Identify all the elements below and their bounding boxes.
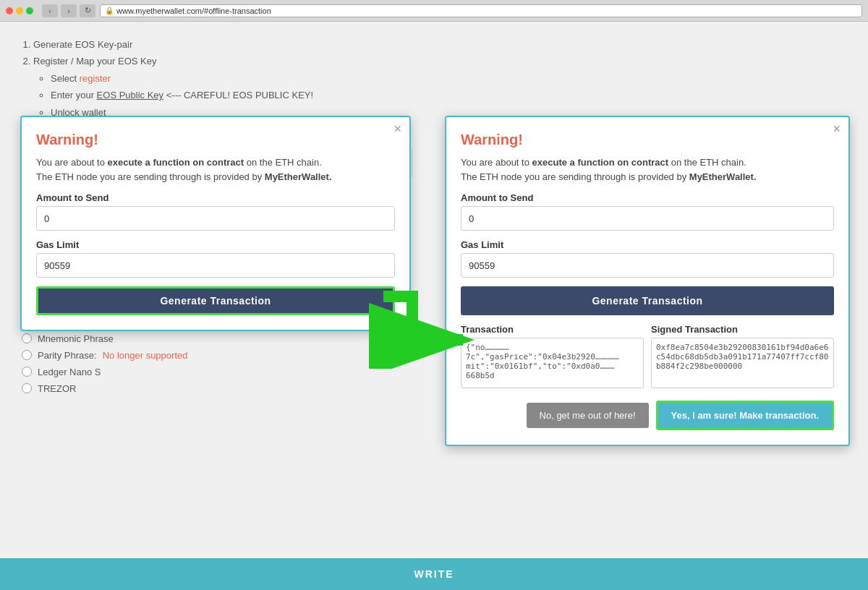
sub2-suffix: <--- CAREFUL! EOS PUBLIC KEY!: [166, 90, 313, 101]
right-line2-prefix: The ETH node you are sending through is …: [461, 171, 689, 182]
register-link[interactable]: register: [80, 73, 111, 84]
minimize-dot: [16, 7, 23, 14]
browser-chrome: ‹ › ↻ 🔒 www.myetherwallet.com/#offline-t…: [0, 0, 868, 22]
right-line2-bold: MyEtherWallet.: [689, 171, 757, 182]
raw-transaction-title: Transaction: [461, 324, 644, 335]
step1-text: Generate EOS Key-pair: [33, 39, 132, 50]
left-generate-button[interactable]: Generate Transaction: [36, 286, 395, 315]
window-controls: [6, 7, 33, 14]
right-body-text: You are about to execute a function on c…: [461, 155, 834, 184]
right-generate-button[interactable]: Generate Transaction: [461, 286, 834, 315]
parity-label: Parity Phrase:: [38, 350, 97, 361]
left-warning-title: Warning!: [36, 132, 395, 148]
left-gas-input[interactable]: [36, 253, 395, 278]
right-line1-bold: execute a function on contract: [532, 157, 669, 168]
browser-nav: ‹ › ↻: [42, 4, 95, 17]
right-amount-input[interactable]: [461, 206, 834, 231]
radio-trezor[interactable]: [22, 383, 32, 393]
parity-link: No longer supported: [103, 350, 188, 361]
left-dialog-close[interactable]: ✕: [393, 123, 402, 134]
signed-transaction-title: Signed Transaction: [651, 324, 834, 335]
right-gas-input[interactable]: [461, 253, 834, 278]
page-background: Generate EOS Key-pair Register / Map you…: [0, 22, 868, 590]
address-bar[interactable]: 🔒 www.myetherwallet.com/#offline-transac…: [100, 4, 862, 17]
right-amount-label: Amount to Send: [461, 192, 834, 203]
right-dialog: ✕ Warning! You are about to execute a fu…: [445, 116, 850, 446]
radio-parity[interactable]: [22, 350, 32, 360]
sub1-text: Select: [51, 73, 77, 84]
left-body-text: You are about to execute a function on c…: [36, 155, 395, 184]
left-line2-bold: MyEtherWallet.: [265, 171, 332, 182]
signed-transaction-textarea[interactable]: 0xf8ea7c8504e3b29200830161bf94d0a6e6c54d…: [651, 338, 834, 388]
raw-transaction-textarea[interactable]: {"no……………7c","gasPrice":"0x04e3b2920……………: [461, 338, 644, 388]
dialog-bottom-buttons: No, get me out of here! Yes, I am sure! …: [461, 401, 834, 430]
eos-key-text: EOS Public Key: [97, 90, 164, 101]
transaction-section: Transaction {"no……………7c","gasPrice":"0x0…: [461, 324, 834, 390]
left-line2-prefix: The ETH node you are sending through is …: [36, 171, 265, 182]
mnemonic-label: Mnemonic Phrase: [38, 333, 114, 344]
sub2-prefix: Enter your: [51, 90, 94, 101]
maximize-dot: [26, 7, 33, 14]
left-line1-bold: execute a function on contract: [108, 157, 244, 168]
lock-icon: 🔒: [105, 7, 114, 14]
right-line1-suffix: on the ETH chain.: [668, 157, 746, 168]
right-line1-prefix: You are about to: [461, 157, 532, 168]
no-button[interactable]: No, get me out of here!: [527, 403, 649, 428]
left-line1-prefix: You are about to: [36, 157, 108, 168]
left-amount-input[interactable]: [36, 206, 395, 231]
green-arrow: [369, 282, 485, 371]
left-amount-label: Amount to Send: [36, 192, 395, 203]
radio-ledger[interactable]: [22, 367, 32, 377]
forward-button[interactable]: ›: [61, 4, 77, 17]
left-line1-suffix: on the ETH chain.: [244, 157, 322, 168]
ledger-label: Ledger Nano S: [38, 367, 101, 377]
close-dot: [6, 7, 13, 14]
left-dialog: ✕ Warning! You are about to execute a fu…: [20, 116, 411, 331]
left-gas-label: Gas Limit: [36, 239, 395, 250]
back-button[interactable]: ‹: [42, 4, 58, 17]
signed-transaction-col: Signed Transaction 0xf8ea7c8504e3b292008…: [651, 324, 834, 390]
radio-mnemonic[interactable]: [22, 333, 32, 343]
write-button[interactable]: WRITE: [0, 558, 868, 590]
right-warning-title: Warning!: [461, 132, 834, 148]
raw-transaction-col: Transaction {"no……………7c","gasPrice":"0x0…: [461, 324, 644, 390]
refresh-button[interactable]: ↻: [80, 4, 95, 17]
step2-text: Register / Map your EOS Key: [33, 56, 157, 67]
url-text: www.myetherwallet.com/#offline-transacti…: [116, 7, 271, 15]
yes-button[interactable]: Yes, I am sure! Make transaction.: [656, 401, 834, 430]
right-gas-label: Gas Limit: [461, 239, 834, 250]
right-dialog-close[interactable]: ✕: [833, 123, 841, 134]
steps-section: Generate EOS Key-pair Register / Map you…: [22, 36, 846, 121]
trezor-label: TREZOR: [38, 383, 76, 394]
